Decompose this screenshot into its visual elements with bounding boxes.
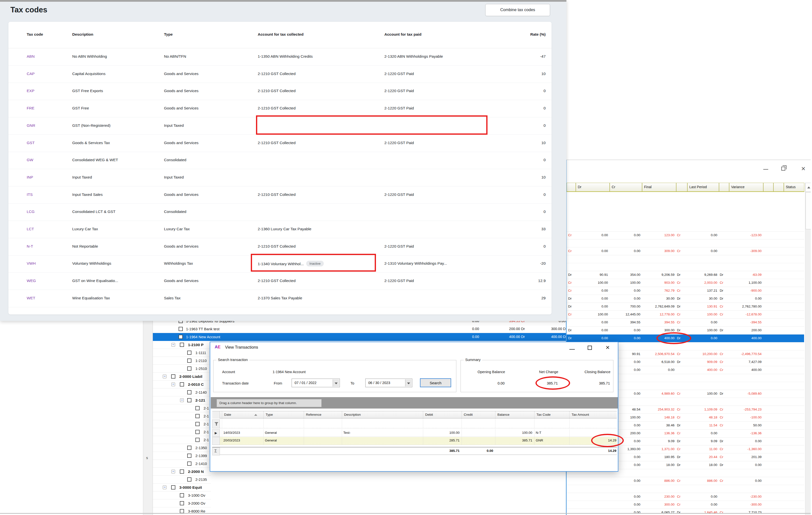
tax-code-link[interactable]: N-T: [27, 244, 33, 249]
tax-code-link[interactable]: FRE: [27, 106, 34, 110]
grid-header-blank[interactable]: [763, 183, 774, 192]
tree-checkbox[interactable]: [171, 485, 175, 489]
trial-balance-row[interactable]: 0.00300.00Cr0.00-300.00: [567, 501, 804, 509]
tax-code-link[interactable]: GNR: [27, 123, 35, 128]
tax-code-row[interactable]: EXPGST Free ExportsGoods and Services2-1…: [8, 83, 552, 100]
trial-balance-row[interactable]: Dr0.000.0030.00Dr30.00Dr0.00: [567, 295, 804, 303]
tree-item[interactable]: 2-1350: [153, 444, 211, 452]
transactions-column-header[interactable]: Date: [222, 411, 263, 419]
tax-code-row[interactable]: WEGGST on Wine Equalisatio...Goods and S…: [8, 273, 552, 290]
close-icon[interactable]: ✕: [801, 166, 806, 172]
tax-code-row[interactable]: LCTLuxury Car TaxLuxury Car Tax2-1360 Lu…: [8, 221, 552, 238]
account-checkbox[interactable]: [179, 335, 183, 339]
tree-checkbox[interactable]: [180, 501, 184, 505]
filter-row[interactable]: [212, 419, 617, 428]
tax-code-link[interactable]: GST: [27, 141, 35, 145]
tree-checkbox[interactable]: [195, 414, 200, 418]
trial-balance-row[interactable]: Dr90.91354.009,206.59Dr9,269.68Dr-63.09: [567, 271, 804, 279]
tree-item[interactable]: −3-0000 Equit: [153, 484, 211, 491]
from-date-dropdown-icon[interactable]: [333, 379, 339, 386]
collapse-expander-icon[interactable]: −: [180, 398, 184, 402]
trial-balance-row[interactable]: Cr0.000.00762.79Cr137.21Dr-900.00: [567, 287, 804, 295]
to-date-select[interactable]: 06 / 30 / 2023: [365, 379, 412, 387]
scrollbar-thumb[interactable]: [806, 192, 811, 229]
minimize-icon[interactable]: [763, 166, 768, 170]
tree-item[interactable]: 2-1: [153, 412, 211, 420]
dialog-close-icon[interactable]: ✕: [606, 345, 611, 350]
tax-code-row[interactable]: LCGConsolidated LCT & GSTConsolidated0: [8, 204, 552, 221]
grid-header-final[interactable]: Final: [642, 183, 676, 192]
tax-code-link[interactable]: INP: [27, 175, 33, 180]
dialog-minimize-icon[interactable]: [569, 347, 575, 350]
tree-item[interactable]: −2-121: [153, 397, 211, 404]
tree-item[interactable]: 1-1111: [153, 349, 211, 357]
transactions-column-header[interactable]: Debit: [423, 411, 462, 419]
dialog-maximize-icon[interactable]: [588, 346, 592, 350]
tree-checkbox[interactable]: [195, 438, 200, 442]
account-checkbox[interactable]: [179, 327, 183, 331]
tree-item[interactable]: −1-2100 P: [153, 341, 211, 349]
grid-header-cr[interactable]: Cr: [610, 183, 642, 192]
tree-item[interactable]: −2-2000 N: [153, 468, 211, 476]
collapse-expander-icon[interactable]: −: [171, 470, 175, 473]
account-row[interactable]: 1-1963 TT Bank test0.00200.00 Dr300.00 D: [153, 325, 566, 333]
search-button[interactable]: Search: [420, 378, 451, 387]
tree-checkbox[interactable]: [195, 406, 200, 410]
transactions-column-header[interactable]: Type: [263, 411, 304, 419]
tax-code-link[interactable]: ABN: [27, 54, 35, 59]
tax-code-link[interactable]: ITS: [27, 192, 33, 197]
tree-item[interactable]: −2-0010 C: [153, 381, 211, 388]
tree-item[interactable]: 2-1410: [153, 460, 211, 468]
tree-checkbox[interactable]: [171, 374, 175, 379]
trial-balance-row[interactable]: Cr0.000.00123.00Cr0.00-123.00: [567, 232, 804, 239]
trial-balance-row[interactable]: 0.00394.55394.55Cr0.00-394.55: [567, 319, 804, 327]
transactions-column-header[interactable]: Credit: [462, 411, 495, 419]
tax-code-link[interactable]: EXP: [27, 89, 34, 93]
transactions-column-header[interactable]: Tax Amount: [569, 411, 618, 419]
tree-item[interactable]: 3-1000 Ov: [153, 491, 211, 499]
grid-header-last-period[interactable]: Last Period: [687, 183, 719, 192]
scroll-up-button[interactable]: [805, 183, 811, 192]
to-date-dropdown-icon[interactable]: [405, 379, 412, 386]
tree-checkbox[interactable]: [187, 462, 192, 466]
grid-header-dr[interactable]: Dr: [576, 183, 610, 192]
tree-checkbox[interactable]: [180, 509, 184, 513]
grid-header-blank[interactable]: [676, 183, 687, 192]
tree-checkbox[interactable]: [180, 493, 184, 497]
tree-item[interactable]: 3-8000 Re: [153, 507, 211, 515]
tax-code-link[interactable]: LCG: [27, 210, 35, 214]
tax-code-link[interactable]: CAP: [27, 72, 35, 76]
transaction-row[interactable]: ▶14/03/2023GeneralTest-100.00100.00N-T: [212, 429, 617, 437]
transactions-column-header[interactable]: Tax Code: [534, 411, 569, 419]
tax-code-row[interactable]: FREGST FreeGoods and Services2-1210 GST …: [8, 100, 552, 117]
tree-item[interactable]: 2-1140: [153, 388, 211, 397]
tax-code-row[interactable]: GSTGoods & Services TaxGoods and Service…: [8, 135, 552, 152]
transactions-column-header[interactable]: Reference: [304, 411, 342, 419]
tax-code-row[interactable]: ABNNo ABN WithholdingNo ABN/TFN1-1350 AB…: [8, 48, 552, 65]
tree-item[interactable]: 2-1: [153, 428, 211, 436]
tax-code-row[interactable]: ITSInput Taxed SalesGoods and Services2-…: [8, 186, 552, 204]
grid-header-variance[interactable]: Variance: [729, 183, 763, 192]
collapsed-sidebar-strip[interactable]: s: [143, 321, 153, 515]
grid-header-status[interactable]: Status: [784, 183, 804, 192]
transactions-column-header[interactable]: Description: [342, 411, 423, 419]
tree-item[interactable]: 2-1399: [153, 452, 211, 460]
tree-checkbox[interactable]: [195, 422, 200, 426]
tree-item[interactable]: 2-1: [153, 420, 211, 428]
collapse-expander-icon[interactable]: −: [163, 486, 167, 489]
grid-header-blank[interactable]: [567, 183, 576, 192]
tree-checkbox[interactable]: [180, 469, 184, 473]
tree-item[interactable]: 1-2510: [153, 365, 211, 373]
tax-code-row[interactable]: GWConsolidated WEG & WETConsolidated0: [8, 152, 552, 169]
tree-checkbox[interactable]: [187, 358, 192, 363]
trial-balance-row[interactable]: Cr100.00100.00903.00Cr2,003.00Cr1,100.00: [567, 279, 804, 287]
grid-header-blank[interactable]: [719, 183, 729, 192]
restore-icon[interactable]: [781, 167, 785, 170]
tree-checkbox[interactable]: [180, 382, 184, 386]
transactions-column-header[interactable]: Balance: [495, 411, 534, 419]
tax-code-link[interactable]: WET: [27, 296, 35, 300]
tax-code-link[interactable]: VWH: [27, 261, 36, 266]
tax-code-link[interactable]: LCT: [27, 227, 34, 231]
from-date-select[interactable]: 07 / 01 / 2022: [292, 379, 340, 387]
transaction-row[interactable]: 20/03/2023General285.71385.71GNR14.29: [212, 437, 617, 445]
